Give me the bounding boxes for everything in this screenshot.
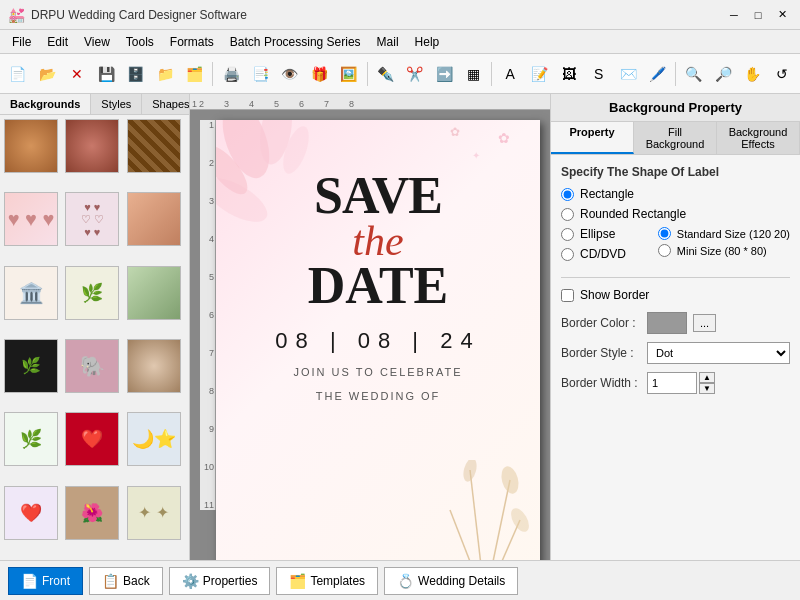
- thumb-4[interactable]: ♥ ♥ ♥: [4, 192, 58, 246]
- maximize-button[interactable]: □: [748, 5, 768, 25]
- radio-mini-size[interactable]: [658, 244, 671, 257]
- menu-view[interactable]: View: [76, 33, 118, 51]
- left-panel: Backgrounds Styles Shapes ♥ ♥ ♥ ♥ ♥♡ ♡♥ …: [0, 94, 190, 560]
- radio-rounded-rectangle[interactable]: [561, 208, 574, 221]
- thumb-12[interactable]: [127, 339, 181, 393]
- show-border-checkbox[interactable]: [561, 289, 574, 302]
- right-tab-property[interactable]: Property: [551, 122, 634, 154]
- border-color-swatch[interactable]: [647, 312, 687, 334]
- arrow-button[interactable]: ➡️: [431, 60, 458, 88]
- wedding-details-button[interactable]: 💍 Wedding Details: [384, 567, 518, 595]
- thumb-11[interactable]: 🐘: [65, 339, 119, 393]
- thumb-2[interactable]: [65, 119, 119, 173]
- thumb-14[interactable]: ❤️: [65, 412, 119, 466]
- print-button[interactable]: 🖨️: [217, 60, 244, 88]
- ruler-horizontal: 1 2 3 4 5 6 7 8: [190, 94, 550, 110]
- menu-mail[interactable]: Mail: [369, 33, 407, 51]
- crop-button[interactable]: ✂️: [401, 60, 428, 88]
- thumb-7[interactable]: 🏛️: [4, 266, 58, 320]
- thumb-16[interactable]: ❤️: [4, 486, 58, 540]
- hand-button[interactable]: ✋: [739, 60, 766, 88]
- thumb-13[interactable]: 🌿: [4, 412, 58, 466]
- menu-formats[interactable]: Formats: [162, 33, 222, 51]
- card-date-numbers: 08 | 08 | 24: [275, 328, 480, 354]
- image2-button[interactable]: 🖼: [555, 60, 582, 88]
- zoom2-button[interactable]: 🔎: [710, 60, 737, 88]
- show-border-label[interactable]: Show Border: [580, 288, 649, 302]
- thumb-5[interactable]: ♥ ♥♡ ♡♥ ♥: [65, 192, 119, 246]
- save-all-button[interactable]: 🗄️: [122, 60, 149, 88]
- zoom-button[interactable]: 🔍: [680, 60, 707, 88]
- thumb-8[interactable]: 🌿: [65, 266, 119, 320]
- radio-rectangle[interactable]: [561, 188, 574, 201]
- shape-button[interactable]: S: [585, 60, 612, 88]
- menu-edit[interactable]: Edit: [39, 33, 76, 51]
- thumb-1[interactable]: [4, 119, 58, 173]
- back-icon: 📋: [102, 573, 119, 589]
- thumb-6[interactable]: [127, 192, 181, 246]
- barcode-button[interactable]: ▦: [460, 60, 487, 88]
- print-setup-button[interactable]: 📑: [247, 60, 274, 88]
- email-button[interactable]: ✉️: [614, 60, 641, 88]
- front-button[interactable]: 📄 Front: [8, 567, 83, 595]
- tab-backgrounds[interactable]: Backgrounds: [0, 94, 91, 114]
- canvas-scroll[interactable]: 1 2 3 4 5 6 7 8 9 10 11: [190, 110, 550, 560]
- preview-button[interactable]: 👁️: [276, 60, 303, 88]
- thumb-9[interactable]: [127, 266, 181, 320]
- back-button[interactable]: 📋 Back: [89, 567, 163, 595]
- image-button[interactable]: 🖼️: [335, 60, 362, 88]
- radio-rounded-label[interactable]: Rounded Rectangle: [580, 207, 686, 221]
- text2-button[interactable]: 📝: [526, 60, 553, 88]
- folder-button[interactable]: 📁: [151, 60, 178, 88]
- tab-styles[interactable]: Styles: [91, 94, 142, 114]
- radio-ellipse[interactable]: [561, 228, 574, 241]
- border-width-down[interactable]: ▼: [699, 383, 715, 394]
- radio-cddvd-label[interactable]: CD/DVD: [580, 247, 626, 261]
- radio-standard-label[interactable]: Standard Size (120 20): [677, 228, 790, 240]
- menubar: File Edit View Tools Formats Batch Proce…: [0, 30, 800, 54]
- radio-cddvd[interactable]: [561, 248, 574, 261]
- menu-tools[interactable]: Tools: [118, 33, 162, 51]
- radio-cddvd-row: CD/DVD: [561, 247, 654, 261]
- close-button[interactable]: ✕: [772, 5, 792, 25]
- menu-batch[interactable]: Batch Processing Series: [222, 33, 369, 51]
- border-width-spinner-wrap: ▲ ▼: [647, 372, 790, 394]
- card-join-line2: THE WEDDING OF: [316, 390, 441, 402]
- thumb-18[interactable]: ✦ ✦: [127, 486, 181, 540]
- close-doc-button[interactable]: ✕: [63, 60, 90, 88]
- border-width-up[interactable]: ▲: [699, 372, 715, 383]
- radio-standard-size[interactable]: [658, 227, 671, 240]
- text-button[interactable]: A: [496, 60, 523, 88]
- minimize-button[interactable]: ─: [724, 5, 744, 25]
- menu-help[interactable]: Help: [407, 33, 448, 51]
- save-button[interactable]: 💾: [92, 60, 119, 88]
- radio-rectangle-row: Rectangle: [561, 187, 790, 201]
- right-tab-fill[interactable]: Fill Background: [634, 122, 717, 154]
- open-button[interactable]: 📂: [33, 60, 60, 88]
- border-style-row: Border Style : Dot Solid Dash DashDot Da…: [561, 342, 790, 364]
- radio-mini-label[interactable]: Mini Size (80 * 80): [677, 245, 767, 257]
- templates-button[interactable]: 🗂️ Templates: [276, 567, 378, 595]
- thumb-17[interactable]: 🌺: [65, 486, 119, 540]
- toolbar: 📄 📂 ✕ 💾 🗄️ 📁 🗂️ 🖨️ 📑 👁️ 🎁 🖼️ ✒️ ✂️ ➡️ ▦ …: [0, 54, 800, 94]
- thumb-15[interactable]: 🌙⭐: [127, 412, 181, 466]
- new-button[interactable]: 📄: [4, 60, 31, 88]
- signature-button[interactable]: 🖊️: [644, 60, 671, 88]
- properties-button[interactable]: ⚙️ Properties: [169, 567, 271, 595]
- titlebar: 💒 DRPU Wedding Card Designer Software ─ …: [0, 0, 800, 30]
- svg-point-9: [499, 464, 522, 495]
- border-color-button[interactable]: ...: [693, 314, 716, 332]
- menu-file[interactable]: File: [4, 33, 39, 51]
- border-width-input[interactable]: [647, 372, 697, 394]
- thumb-3[interactable]: [127, 119, 181, 173]
- thumb-10[interactable]: 🌿: [4, 339, 58, 393]
- border-style-select[interactable]: Dot Solid Dash DashDot DashDotDot: [647, 342, 790, 364]
- browse-button[interactable]: 🗂️: [181, 60, 208, 88]
- radio-rectangle-label[interactable]: Rectangle: [580, 187, 634, 201]
- right-tab-effects[interactable]: Background Effects: [717, 122, 800, 154]
- pen-button[interactable]: ✒️: [372, 60, 399, 88]
- gift-button[interactable]: 🎁: [306, 60, 333, 88]
- refresh-button[interactable]: ↺: [769, 60, 796, 88]
- radio-ellipse-label[interactable]: Ellipse: [580, 227, 615, 241]
- section-shape-label: Specify The Shape Of Label: [561, 165, 790, 179]
